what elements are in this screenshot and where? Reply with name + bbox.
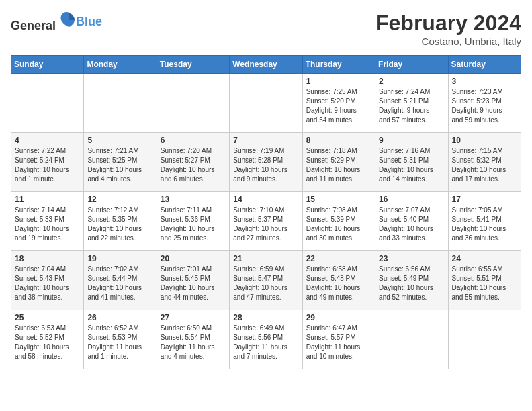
day-number: 13 bbox=[161, 195, 226, 204]
calendar-cell: 20Sunrise: 7:01 AM Sunset: 5:45 PM Dayli… bbox=[157, 251, 229, 310]
calendar-cell bbox=[157, 74, 229, 133]
calendar-table: SundayMondayTuesdayWednesdayThursdayFrid… bbox=[11, 55, 521, 369]
calendar-cell: 3Sunrise: 7:23 AM Sunset: 5:23 PM Daylig… bbox=[448, 74, 521, 133]
day-number: 8 bbox=[306, 136, 371, 145]
week-row-5: 25Sunrise: 6:53 AM Sunset: 5:52 PM Dayli… bbox=[11, 310, 521, 369]
day-number: 16 bbox=[379, 195, 444, 204]
day-number: 24 bbox=[452, 254, 517, 263]
calendar-cell: 1Sunrise: 7:25 AM Sunset: 5:20 PM Daylig… bbox=[302, 74, 375, 133]
day-number: 2 bbox=[379, 77, 444, 86]
page-header: General Blue February 2024 Costano, Umbr… bbox=[11, 11, 521, 47]
weekday-header-sunday: Sunday bbox=[11, 56, 84, 74]
week-row-1: 1Sunrise: 7:25 AM Sunset: 5:20 PM Daylig… bbox=[11, 74, 521, 133]
day-number: 9 bbox=[379, 136, 444, 145]
day-number: 1 bbox=[306, 77, 371, 86]
day-number: 4 bbox=[15, 136, 80, 145]
day-content: Sunrise: 7:25 AM Sunset: 5:20 PM Dayligh… bbox=[306, 87, 371, 125]
weekday-header-thursday: Thursday bbox=[302, 56, 375, 74]
week-row-2: 4Sunrise: 7:22 AM Sunset: 5:24 PM Daylig… bbox=[11, 133, 521, 192]
calendar-cell: 5Sunrise: 7:21 AM Sunset: 5:25 PM Daylig… bbox=[84, 133, 157, 192]
calendar-cell: 26Sunrise: 6:52 AM Sunset: 5:53 PM Dayli… bbox=[84, 310, 157, 369]
day-number: 22 bbox=[306, 254, 371, 263]
day-number: 27 bbox=[161, 313, 226, 322]
day-content: Sunrise: 7:04 AM Sunset: 5:43 PM Dayligh… bbox=[15, 265, 80, 302]
day-content: Sunrise: 6:52 AM Sunset: 5:53 PM Dayligh… bbox=[87, 324, 152, 361]
day-number: 29 bbox=[306, 313, 371, 322]
calendar-cell: 15Sunrise: 7:08 AM Sunset: 5:39 PM Dayli… bbox=[302, 192, 375, 251]
day-number: 14 bbox=[233, 195, 298, 204]
day-content: Sunrise: 7:01 AM Sunset: 5:45 PM Dayligh… bbox=[161, 265, 226, 302]
day-number: 25 bbox=[15, 313, 80, 322]
day-content: Sunrise: 7:16 AM Sunset: 5:31 PM Dayligh… bbox=[379, 146, 444, 184]
day-content: Sunrise: 6:53 AM Sunset: 5:52 PM Dayligh… bbox=[15, 324, 80, 361]
weekday-header-monday: Monday bbox=[84, 56, 157, 74]
calendar-cell: 21Sunrise: 6:59 AM Sunset: 5:47 PM Dayli… bbox=[230, 251, 302, 310]
day-number: 15 bbox=[306, 195, 371, 204]
calendar-location: Costano, Umbria, Italy bbox=[375, 36, 521, 47]
day-number: 12 bbox=[87, 195, 152, 204]
day-content: Sunrise: 7:08 AM Sunset: 5:39 PM Dayligh… bbox=[306, 205, 371, 243]
logo: General Blue bbox=[11, 11, 102, 33]
day-number: 20 bbox=[161, 254, 226, 263]
day-number: 5 bbox=[87, 136, 152, 145]
calendar-cell bbox=[375, 310, 448, 369]
calendar-cell bbox=[11, 74, 84, 133]
logo-text-general: General bbox=[11, 19, 56, 32]
calendar-cell: 12Sunrise: 7:12 AM Sunset: 5:35 PM Dayli… bbox=[84, 192, 157, 251]
day-content: Sunrise: 6:47 AM Sunset: 5:57 PM Dayligh… bbox=[306, 324, 371, 361]
day-content: Sunrise: 7:23 AM Sunset: 5:23 PM Dayligh… bbox=[452, 87, 517, 125]
week-row-4: 18Sunrise: 7:04 AM Sunset: 5:43 PM Dayli… bbox=[11, 251, 521, 310]
day-number: 11 bbox=[15, 195, 80, 204]
calendar-cell: 29Sunrise: 6:47 AM Sunset: 5:57 PM Dayli… bbox=[302, 310, 375, 369]
calendar-cell: 19Sunrise: 7:02 AM Sunset: 5:44 PM Dayli… bbox=[84, 251, 157, 310]
calendar-cell bbox=[230, 74, 302, 133]
logo-text-blue: Blue bbox=[76, 15, 102, 28]
calendar-cell: 13Sunrise: 7:11 AM Sunset: 5:36 PM Dayli… bbox=[157, 192, 229, 251]
day-number: 3 bbox=[452, 77, 517, 86]
calendar-cell bbox=[448, 310, 521, 369]
day-number: 21 bbox=[233, 254, 298, 263]
weekday-header-wednesday: Wednesday bbox=[230, 56, 302, 74]
weekday-header-row: SundayMondayTuesdayWednesdayThursdayFrid… bbox=[11, 56, 521, 74]
day-number: 10 bbox=[452, 136, 517, 145]
day-content: Sunrise: 7:10 AM Sunset: 5:37 PM Dayligh… bbox=[233, 205, 298, 243]
calendar-cell: 17Sunrise: 7:05 AM Sunset: 5:41 PM Dayli… bbox=[448, 192, 521, 251]
day-content: Sunrise: 7:24 AM Sunset: 5:21 PM Dayligh… bbox=[379, 87, 444, 125]
day-content: Sunrise: 7:02 AM Sunset: 5:44 PM Dayligh… bbox=[87, 265, 152, 302]
day-number: 17 bbox=[452, 195, 517, 204]
day-content: Sunrise: 7:14 AM Sunset: 5:33 PM Dayligh… bbox=[15, 205, 80, 243]
weekday-header-tuesday: Tuesday bbox=[157, 56, 229, 74]
calendar-cell: 14Sunrise: 7:10 AM Sunset: 5:37 PM Dayli… bbox=[230, 192, 302, 251]
day-number: 19 bbox=[87, 254, 152, 263]
calendar-cell: 6Sunrise: 7:20 AM Sunset: 5:27 PM Daylig… bbox=[157, 133, 229, 192]
day-content: Sunrise: 6:49 AM Sunset: 5:56 PM Dayligh… bbox=[233, 324, 298, 361]
calendar-cell: 16Sunrise: 7:07 AM Sunset: 5:40 PM Dayli… bbox=[375, 192, 448, 251]
day-number: 18 bbox=[15, 254, 80, 263]
calendar-cell: 7Sunrise: 7:19 AM Sunset: 5:28 PM Daylig… bbox=[230, 133, 302, 192]
day-content: Sunrise: 6:58 AM Sunset: 5:48 PM Dayligh… bbox=[306, 265, 371, 302]
day-content: Sunrise: 7:11 AM Sunset: 5:36 PM Dayligh… bbox=[161, 205, 226, 243]
day-number: 28 bbox=[233, 313, 298, 322]
day-number: 23 bbox=[379, 254, 444, 263]
day-number: 26 bbox=[87, 313, 152, 322]
calendar-cell: 22Sunrise: 6:58 AM Sunset: 5:48 PM Dayli… bbox=[302, 251, 375, 310]
title-block: February 2024 Costano, Umbria, Italy bbox=[375, 11, 521, 47]
day-content: Sunrise: 7:22 AM Sunset: 5:24 PM Dayligh… bbox=[15, 146, 80, 184]
calendar-cell: 27Sunrise: 6:50 AM Sunset: 5:54 PM Dayli… bbox=[157, 310, 229, 369]
day-content: Sunrise: 6:55 AM Sunset: 5:51 PM Dayligh… bbox=[452, 265, 517, 302]
calendar-cell bbox=[84, 74, 157, 133]
weekday-header-saturday: Saturday bbox=[448, 56, 521, 74]
day-content: Sunrise: 7:07 AM Sunset: 5:40 PM Dayligh… bbox=[379, 205, 444, 243]
weekday-header-friday: Friday bbox=[375, 56, 448, 74]
calendar-cell: 24Sunrise: 6:55 AM Sunset: 5:51 PM Dayli… bbox=[448, 251, 521, 310]
day-content: Sunrise: 6:50 AM Sunset: 5:54 PM Dayligh… bbox=[161, 324, 226, 361]
calendar-cell: 23Sunrise: 6:56 AM Sunset: 5:49 PM Dayli… bbox=[375, 251, 448, 310]
calendar-cell: 25Sunrise: 6:53 AM Sunset: 5:52 PM Dayli… bbox=[11, 310, 84, 369]
calendar-cell: 9Sunrise: 7:16 AM Sunset: 5:31 PM Daylig… bbox=[375, 133, 448, 192]
day-content: Sunrise: 7:15 AM Sunset: 5:32 PM Dayligh… bbox=[452, 146, 517, 184]
day-content: Sunrise: 7:19 AM Sunset: 5:28 PM Dayligh… bbox=[233, 146, 298, 184]
day-number: 7 bbox=[233, 136, 298, 145]
calendar-cell: 18Sunrise: 7:04 AM Sunset: 5:43 PM Dayli… bbox=[11, 251, 84, 310]
calendar-cell: 10Sunrise: 7:15 AM Sunset: 5:32 PM Dayli… bbox=[448, 133, 521, 192]
calendar-cell: 11Sunrise: 7:14 AM Sunset: 5:33 PM Dayli… bbox=[11, 192, 84, 251]
